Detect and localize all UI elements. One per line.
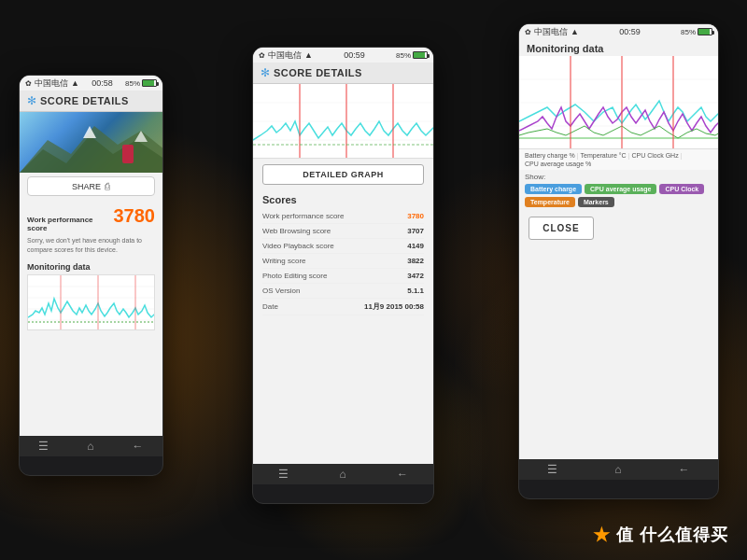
battery-text-3: 85%: [681, 28, 696, 36]
legend-battery: Battery charge %: [525, 152, 575, 159]
watermark: ★ 值 什么值得买: [593, 524, 728, 546]
battery-fill: [143, 80, 154, 86]
status-right-2: 85%: [396, 51, 428, 60]
back-icon[interactable]: ←: [133, 440, 144, 453]
time-text-3: 00:59: [619, 27, 641, 36]
phone-2: ✿ 中国电信 ▲ 00:59 85% ✻ SCORE DETAILS: [252, 47, 434, 504]
chart-1: [27, 274, 155, 330]
monitoring-title-1: Monitoring data: [27, 262, 155, 272]
wifi-icon-3: ▲: [571, 27, 579, 36]
legend-cpu-clock: CPU Clock GHz: [631, 152, 678, 159]
back-icon-3[interactable]: ←: [679, 463, 690, 476]
show-btn-markers[interactable]: Markers: [578, 197, 614, 207]
score-name-4: Photo Editing score: [262, 272, 407, 280]
battery-fill-2: [414, 52, 425, 58]
carrier-icon-3: ✿: [525, 28, 531, 36]
score-value: 3780: [114, 205, 156, 227]
share-icon: ⎙: [105, 181, 110, 191]
nav-bar-2: ☰ ⌂ ←: [253, 464, 433, 484]
chart-svg-3: [519, 56, 718, 149]
share-button[interactable]: SHARE ⎙: [27, 176, 155, 196]
show-btn-cpu-clock[interactable]: CPU Clock: [659, 184, 704, 194]
score-name-5: OS Version: [262, 287, 407, 295]
app-header-2: ✻ SCORE DETAILS: [253, 63, 433, 84]
show-buttons-container: Battery charge CPU average usage CPU Clo…: [519, 182, 718, 209]
phone-3-status-bar: ✿ 中国电信 ▲ 00:59 85%: [519, 24, 718, 39]
app-header-1: ✻ SCORE DETAILS: [20, 91, 162, 112]
score-section: Work performance score 3780 Sorry, we do…: [20, 200, 162, 259]
nav-bar-3: ☰ ⌂ ←: [519, 459, 718, 480]
scores-title: Scores: [262, 194, 424, 205]
score-label: Work performance score: [27, 216, 108, 232]
monitoring-section-1: Monitoring data: [20, 259, 162, 334]
monitoring-title-3: Monitoring data: [519, 39, 718, 56]
score-val-0: 3780: [407, 212, 424, 220]
menu-icon[interactable]: ☰: [38, 440, 49, 453]
show-btn-temperature[interactable]: Temperature: [525, 197, 575, 207]
score-val-5: 5.1.1: [407, 287, 424, 295]
carrier-text: 中国电信: [35, 77, 68, 90]
detail-graph-label: DETAILED GRAPH: [303, 170, 383, 179]
time-text: 00:58: [92, 78, 113, 88]
battery-text-2: 85%: [396, 51, 411, 60]
svg-rect-2: [122, 145, 134, 163]
chart-svg-2: [253, 84, 433, 159]
legend-sep3: |: [681, 152, 683, 159]
score-row-0: Work performance score 3780: [262, 209, 424, 224]
phone-3-screen: ✿ 中国电信 ▲ 00:59 85% Monitoring data: [519, 24, 718, 459]
menu-icon-2[interactable]: ☰: [278, 468, 289, 481]
score-name-6: Date: [262, 302, 364, 311]
carrier-text-2: 中国电信: [268, 49, 302, 62]
close-button[interactable]: CLOSE: [529, 217, 594, 240]
battery-text: 85%: [125, 79, 140, 88]
scores-section: Scores Work performance score 3780 Web B…: [253, 190, 433, 319]
mountain-image: [20, 112, 162, 173]
show-btn-battery[interactable]: Battery charge: [525, 184, 582, 194]
legend-sep1: |: [577, 152, 579, 159]
score-val-6: 11月9 2015 00:58: [364, 301, 424, 312]
home-icon-2[interactable]: ⌂: [339, 468, 345, 481]
nav-bar-1: ☰ ⌂ ←: [20, 436, 162, 456]
legend-cpu-usage: CPU average usage %: [525, 161, 591, 167]
phone-1: ✿ 中国电信 ▲ 00:58 85% ✻ SCORE DETAILS: [19, 75, 163, 476]
score-val-4: 3472: [407, 272, 424, 280]
sorry-text: Sorry, we don't yet have enough data to …: [27, 236, 155, 255]
legend-row-3: Battery charge % | Temperature °C | CPU …: [519, 149, 718, 170]
mountain-svg: [20, 112, 162, 173]
home-icon-3[interactable]: ⌂: [614, 463, 621, 476]
legend-temp: Temperature °C: [581, 152, 627, 159]
header-title-1: SCORE DETAILS: [40, 95, 129, 106]
phone-2-screen: ✿ 中国电信 ▲ 00:59 85% ✻ SCORE DETAILS: [253, 48, 433, 464]
score-name-0: Work performance score: [262, 212, 407, 220]
score-val-3: 3822: [407, 257, 424, 265]
header-title-2: SCORE DETAILS: [274, 67, 362, 78]
chart-area-3: [519, 56, 718, 149]
share-label: SHARE: [72, 182, 101, 191]
carrier-icon: ✿: [25, 79, 32, 88]
status-left: ✿ 中国电信 ▲: [25, 77, 79, 90]
phone-1-screen: ✿ 中国电信 ▲ 00:58 85% ✻ SCORE DETAILS: [20, 76, 162, 436]
close-label: CLOSE: [543, 223, 579, 233]
score-name-1: Web Browsing score: [262, 227, 407, 235]
phone-1-status-bar: ✿ 中国电信 ▲ 00:58 85%: [20, 76, 162, 91]
snowflake-icon-2: ✻: [261, 66, 270, 79]
status-right: 85%: [125, 79, 157, 88]
menu-icon-3[interactable]: ☰: [547, 463, 557, 476]
legend-sep2: |: [628, 152, 630, 159]
show-label: Show:: [519, 170, 718, 182]
score-row: Work performance score 3780: [27, 205, 155, 232]
battery-icon-3: [698, 28, 712, 35]
carrier-text-3: 中国电信: [534, 26, 568, 38]
battery-fill-3: [698, 29, 710, 35]
score-val-2: 4149: [407, 242, 424, 250]
score-name-3: Writing score: [262, 257, 407, 265]
detail-graph-button[interactable]: DETAILED GRAPH: [262, 164, 424, 185]
watermark-text: 值 什么值得买: [616, 525, 728, 544]
show-btn-cpu-usage[interactable]: CPU average usage: [585, 184, 656, 194]
time-text-2: 00:59: [344, 50, 365, 60]
home-icon[interactable]: ⌂: [87, 440, 93, 453]
carrier-icon-2: ✿: [259, 51, 265, 60]
score-row-6: Date 11月9 2015 00:58: [262, 299, 424, 315]
back-icon-2[interactable]: ←: [397, 468, 408, 481]
score-row-3: Writing score 3822: [262, 254, 424, 269]
